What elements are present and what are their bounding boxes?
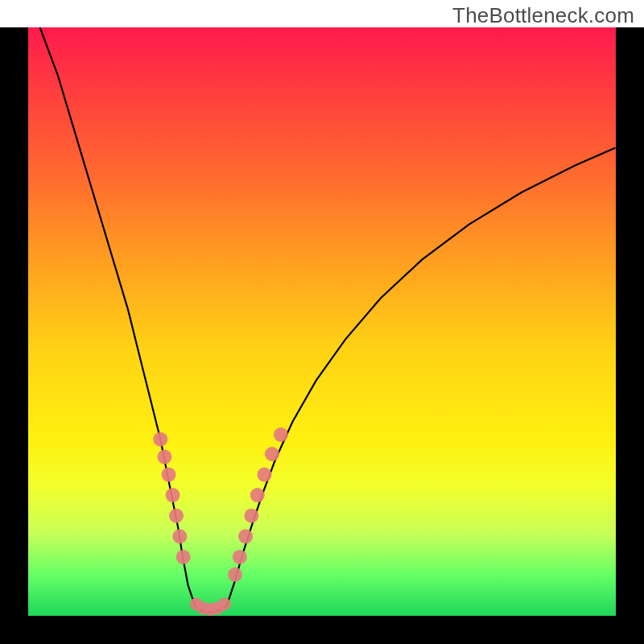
data-dot [228, 568, 242, 582]
data-dot [162, 468, 176, 482]
chart-plot-area [28, 27, 616, 616]
stage: TheBottleneck.com [0, 0, 644, 644]
bottleneck-curve [40, 27, 615, 613]
bottleneck-curve-svg [28, 27, 616, 616]
data-dot [166, 488, 180, 502]
data-dot [250, 488, 265, 502]
data-dot [265, 447, 279, 461]
data-dot [169, 509, 184, 523]
data-dot [157, 450, 171, 464]
data-dot [244, 509, 258, 523]
bottom-notch [190, 597, 231, 616]
data-dot [153, 432, 167, 447]
data-dot [172, 529, 187, 543]
data-dot [233, 550, 247, 564]
data-dot [258, 468, 272, 482]
left-cluster [153, 432, 190, 564]
data-dot [218, 597, 231, 610]
data-dot [176, 550, 191, 564]
data-dot [274, 427, 288, 442]
data-dot [238, 529, 253, 543]
watermark-text: TheBottleneck.com [452, 3, 634, 28]
chart-frame [0, 27, 644, 644]
